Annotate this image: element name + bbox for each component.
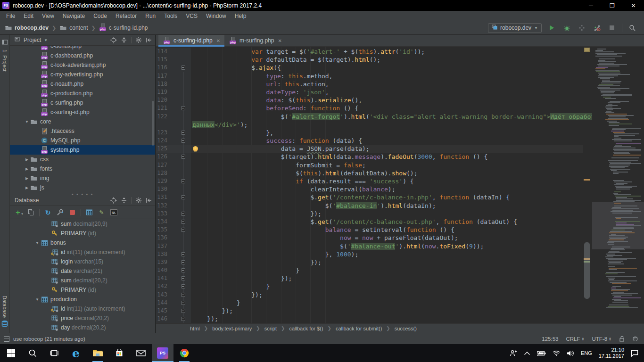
fold-gutter[interactable] <box>173 56 190 64</box>
tool-button-database[interactable]: Database <box>1 296 8 329</box>
fold-gutter[interactable] <box>173 307 190 315</box>
menu-refactor[interactable]: Refactor <box>111 11 141 21</box>
collapse-all-icon[interactable] <box>121 197 127 204</box>
stop-button[interactable] <box>607 23 617 33</box>
line-number[interactable] <box>156 121 173 129</box>
tree-item-img[interactable]: ▶img <box>10 173 155 183</box>
nav-breadcrumb-robocop.dev[interactable]: robocop.dev <box>5 24 49 32</box>
tree-collapsed-arrow-icon[interactable]: ▶ <box>24 167 30 171</box>
add-button[interactable]: ＋▾ <box>15 208 23 216</box>
line-number[interactable]: 125 <box>156 145 173 153</box>
line-number[interactable]: 140 <box>156 266 173 274</box>
settings-icon[interactable] <box>135 37 142 43</box>
code-editor[interactable]: 114 var target = $('#alert-' + $(this).a… <box>156 47 644 323</box>
line-number[interactable]: 135 <box>156 226 173 234</box>
fold-marker-end[interactable] <box>181 309 185 313</box>
line-number[interactable]: 123 <box>156 129 173 137</box>
menu-view[interactable]: View <box>38 11 58 21</box>
fold-gutter[interactable] <box>173 169 190 177</box>
fold-gutter[interactable] <box>173 96 190 104</box>
tree-expanded-arrow-icon[interactable]: ▼ <box>34 297 40 302</box>
maximize-button[interactable]: ❐ <box>602 0 623 11</box>
tray-chevron-up-icon[interactable] <box>524 351 530 355</box>
attach-debugger-button[interactable] <box>592 23 602 33</box>
tree-collapsed-arrow-icon[interactable]: ▶ <box>24 186 30 190</box>
locate-icon[interactable] <box>110 37 117 43</box>
line-number[interactable]: 129 <box>156 177 173 185</box>
line-number[interactable]: 117 <box>156 72 173 80</box>
code-line-139[interactable]: 139 }); <box>156 258 583 266</box>
fold-gutter[interactable] <box>173 80 190 88</box>
tray-people-icon[interactable] <box>510 350 517 356</box>
db-item-date[interactable]: date varchar(21) <box>10 266 155 276</box>
tree-collapsed-arrow-icon[interactable]: ▶ <box>24 176 30 181</box>
clock[interactable]: 21:10 17.11.2017 <box>599 347 624 359</box>
code-minimap[interactable] <box>592 47 644 323</box>
code-line-129[interactable]: 129 if (data.result === 'success') { <box>156 177 583 185</box>
fold-gutter[interactable] <box>173 315 190 323</box>
code-line-132[interactable]: 132 $('#balance-in').html(dataIn); <box>156 202 583 210</box>
line-ending-select[interactable]: CRLF▲▼ <box>566 336 584 342</box>
tree-item-js[interactable]: ▶js <box>10 183 155 192</box>
line-number[interactable]: 131 <box>156 193 173 201</box>
language-indicator[interactable]: ENG <box>581 350 592 356</box>
db-item-bonus[interactable]: ▼bonus <box>10 238 155 247</box>
code-line-127[interactable]: 127 formSubmit = false; <box>156 161 583 169</box>
db-item-production[interactable]: ▼production <box>10 295 155 304</box>
close-button[interactable]: ✕ <box>623 0 644 11</box>
code-line-130[interactable]: 130 clearInterval(balance); <box>156 185 583 193</box>
taskbar-edge[interactable]: e <box>65 344 87 362</box>
menu-code[interactable]: Code <box>89 11 111 21</box>
code-line-140[interactable]: 140 } <box>156 266 583 274</box>
fold-gutter[interactable] <box>173 226 190 234</box>
tree-expanded-arrow-icon[interactable]: ▼ <box>24 120 30 124</box>
edit-source-button[interactable]: ✎ <box>98 208 106 216</box>
fold-gutter[interactable] <box>173 72 190 80</box>
code-line-133[interactable]: 133 }); <box>156 210 583 218</box>
db-item-id[interactable]: id int(11) (auto increment) <box>10 304 155 313</box>
line-number[interactable]: 124 <box>156 137 173 145</box>
line-number[interactable]: 136 <box>156 234 173 242</box>
hide-icon[interactable] <box>146 37 152 43</box>
fold-marker-end[interactable] <box>181 317 185 321</box>
fold-gutter[interactable] <box>173 137 190 145</box>
fold-marker-end[interactable] <box>181 293 185 297</box>
line-number[interactable]: 130 <box>156 185 173 193</box>
tree-item-c-look-advertising.php[interactable]: phpc-look-advertising.php <box>10 60 155 70</box>
fold-gutter[interactable] <box>173 282 190 290</box>
line-number[interactable]: 143 <box>156 291 173 299</box>
tray-battery-icon[interactable] <box>537 351 546 356</box>
tree-item-system.php[interactable]: phpsystem.php <box>10 145 155 155</box>
warning-stripe-mark[interactable] <box>584 179 590 181</box>
tree-collapsed-arrow-icon[interactable]: ▶ <box>24 157 30 162</box>
editor-breadcrumb-callback for $()[interactable]: callback for $() <box>288 326 324 331</box>
menu-navigate[interactable]: Navigate <box>58 11 89 21</box>
project-panel-title[interactable]: Project ▼ <box>15 36 48 44</box>
menu-file[interactable]: File <box>2 11 19 21</box>
unlocked-icon[interactable] <box>619 336 625 342</box>
tool-button-project[interactable]: 1: Project <box>2 39 8 71</box>
fold-gutter[interactable] <box>173 161 190 169</box>
code-line-136[interactable]: 136 now = now + parseFloat(dataOut); <box>156 234 583 242</box>
db-item-id[interactable]: id int(11) (auto increment) <box>10 247 155 257</box>
db-item-PRIMARY[interactable]: PRIMARY (id) <box>10 229 155 238</box>
error-stripe[interactable] <box>583 47 592 323</box>
inspection-indicator-icon[interactable] <box>584 48 590 52</box>
taskbar-start[interactable] <box>0 344 22 362</box>
editor-breadcrumb-success()[interactable]: success() <box>394 326 418 331</box>
taskbar-chrome[interactable] <box>173 344 195 362</box>
debug-button[interactable] <box>561 23 572 33</box>
locate-icon[interactable] <box>110 197 117 204</box>
table-view-button[interactable] <box>85 208 93 216</box>
fold-marker-end[interactable] <box>181 212 185 216</box>
fold-gutter[interactable] <box>173 242 190 250</box>
fold-gutter[interactable] <box>173 48 190 56</box>
tray-action-center-icon[interactable] <box>631 350 638 357</box>
editor-breadcrumb-script[interactable]: script <box>264 326 278 331</box>
run-configuration-select[interactable]: robocop.dev ▼ <box>488 23 542 33</box>
code-line-120[interactable]: 120 data: $(this).serialize(), <box>156 96 583 104</box>
fold-gutter[interactable] <box>173 258 190 266</box>
line-number[interactable]: 127 <box>156 161 173 169</box>
tree-item-c-bonus.php[interactable]: phpc-bonus.php <box>10 46 155 51</box>
menu-help[interactable]: Help <box>231 11 251 21</box>
